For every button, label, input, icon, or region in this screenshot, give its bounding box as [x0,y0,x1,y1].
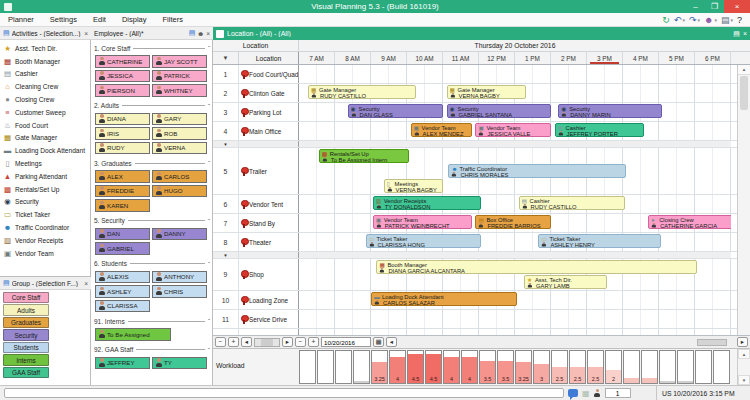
activity-item-security[interactable]: ◉Security [0,196,90,209]
location-cell-stand-by[interactable]: Stand By [239,214,299,232]
activity-item-cashier[interactable]: ▤Cashier [0,68,90,81]
schedule-bar-freddie-barrios[interactable]: ▤Box OfficeFREDDIE BARRIOS [475,215,550,229]
location-close-icon[interactable]: × [743,30,747,37]
row-zoom-in-button[interactable]: + [308,337,319,347]
activities-close-icon[interactable]: × [84,30,88,37]
chevron-down-icon[interactable]: ▾ [714,17,717,23]
menu-display[interactable]: Display [122,15,147,24]
undo-button[interactable]: ↶▾ [674,15,685,25]
group-item-gaa-staff[interactable]: GAA Staff [3,367,49,378]
location-cell-loading-zone[interactable]: Loading Zone [239,291,299,309]
timeline-scrollbar[interactable] [399,338,735,347]
schedule-bar-verna-bagby[interactable]: ▦Gate ManagerVERNA BAGBY [447,85,526,99]
schedule-bar-danny-marin[interactable]: ◉SecurityDANNY MARIN [558,104,662,118]
schedule-bar-diana-garcia-alcantara[interactable]: ▦Booth ManagerDIANA GARCIA ALCANTARA [376,260,696,274]
activity-item-vendor-receipts[interactable]: ▥Vendor Receipts [0,234,90,247]
chevron-down-icon[interactable]: ▾ [730,17,733,23]
collapse-row[interactable]: ▼ [213,252,737,259]
chevron-down-icon[interactable]: ▾ [697,17,700,23]
employee-chip-clarissa[interactable]: CLARISSA [95,300,150,313]
employee-chip-hugo[interactable]: HUGO [152,185,207,198]
collapse-caret-icon[interactable]: ˆ [208,218,210,224]
activity-item-booth-manager[interactable]: ▦Booth Manager [0,55,90,68]
schedule-bar-gabriel-santana[interactable]: ◉SecurityGABRIEL SANTANA [447,104,551,118]
close-button[interactable]: × [724,0,750,13]
employee-chip-pierson[interactable]: PIERSON [95,84,150,97]
activity-item-customer-sweep[interactable]: ≡Customer Sweep [0,106,90,119]
location-cell-main-office[interactable]: Main Office [239,122,299,140]
menu-edit[interactable]: Edit [93,15,106,24]
timeline-scroll-right-button[interactable]: ▸ [737,337,748,347]
employee-chip-freddie[interactable]: FREDDIE [95,185,150,198]
menu-planner[interactable]: Planner [8,15,34,24]
date-input[interactable] [321,337,371,347]
scroll-up-icon[interactable]: ▲ [738,65,750,75]
activity-item-vendor-team[interactable]: ▣Vendor Team [0,247,90,260]
schedule-bar-to-be-assigned-intern[interactable]: ▩Rentals/Set UpTo Be Assigned Intern [319,149,409,163]
employee-chip-patrick[interactable]: PATRICK [152,70,207,83]
collapse-triangle-icon[interactable]: ▼ [213,141,239,147]
activity-item-traffic-coordinator[interactable]: ☻Traffic Coordinator [0,221,90,234]
schedule-bar-ty-donaldson[interactable]: ▥Vendor ReceiptsTY DONALDSON [373,196,481,210]
scroll-right-button[interactable]: ▸ [282,337,293,347]
activity-item-ticket-taker[interactable]: ▭Ticket Taker [0,208,90,221]
location-cell-clinton-gate[interactable]: Clinton Gate [239,84,299,102]
schedule-bar-rudy-castillo[interactable]: ▦Gate ManagerRUDY CASTILLO [308,85,416,99]
employee-chip-verna[interactable]: VERNA [152,142,207,155]
previous-day-button[interactable]: ◂ [386,337,397,347]
redo-button[interactable]: ↷▾ [689,15,700,25]
row-zoom-out-button[interactable]: − [295,337,306,347]
calendar-icon[interactable]: ▦ [373,337,384,347]
location-monitor-icon[interactable]: ▤ [733,30,740,38]
activity-item-parking-attendant[interactable]: ▲Parking Attendant [0,170,90,183]
employee-chip-ashley[interactable]: ASHLEY [95,285,150,298]
schedule-bar-catherine-garcia[interactable]: ●Closing CrewCATHERINE GARCIA [648,215,731,229]
employee-chip-alexis[interactable]: ALEXIS [95,271,150,284]
group-item-graduates[interactable]: Graduates [3,317,49,328]
activity-item-loading-dock-attendant[interactable]: ▬Loading Dock Attendant [0,144,90,157]
employee-person-icon[interactable]: ☻ [197,30,204,37]
menu-settings[interactable]: Settings [50,15,77,24]
employee-chip-alex[interactable]: ALEX [95,170,150,183]
employee-chip-diana[interactable]: DIANA [95,113,150,126]
group-item-interns[interactable]: Interns [3,354,49,365]
activity-item-meetings[interactable]: ▯Meetings [0,157,90,170]
schedule-bar-jessica-valle[interactable]: ▣Vendor TeamJESSICA VALLE [475,123,550,137]
vertical-scrollbar[interactable]: ▲ [737,65,750,335]
schedule-bar-jeffrey-porter[interactable]: ▤CashierJEFFREY PORTER [555,123,645,137]
collapse-triangle-icon[interactable]: ▼ [213,252,239,258]
employee-chip-ty[interactable]: TY [152,357,207,370]
activity-item-food-court[interactable]: ♨Food Court [0,119,90,132]
schedule-bar-verna-bagby[interactable]: ▯MeetingsVERNA BAGBY [384,179,443,193]
schedule-bar-patrick-weinbrecht[interactable]: ▣Vendor TeamPATRICK WEINBRECHT [373,215,472,229]
workload-scrollbar[interactable]: ▲ ▼ [737,349,750,385]
location-cell-theater[interactable]: Theater [239,233,299,251]
collapse-caret-icon[interactable]: ˆ [208,45,210,51]
employee-chip-jessica[interactable]: JESSICA [95,70,150,83]
connected-users-count[interactable] [605,388,631,398]
collapse-caret-icon[interactable]: ˆ [208,261,210,267]
group-item-adults[interactable]: Adults [3,304,49,315]
users-button[interactable]: ☻▾ [704,15,717,25]
employee-chip-karen[interactable]: KAREN [95,199,150,212]
employee-chip-anthony[interactable]: ANTHONY [152,271,207,284]
schedule-bar-ashley-henry[interactable]: ▭Ticket TakerASHLEY HENRY [538,234,660,248]
employee-chip-dan[interactable]: DAN [95,228,150,241]
activity-item-cleaning-crew[interactable]: ⌂Cleaning Crew [0,80,90,93]
employee-chip-danny[interactable]: DANNY [152,228,207,241]
employee-chip-whitney[interactable]: WHITNEY [152,84,207,97]
schedule-bar-rudy-castillo[interactable]: ▤CashierRUDY CASTILLO [519,196,625,210]
filter-icon[interactable]: ▼ [213,52,239,64]
employee-chip-rudy[interactable]: RUDY [95,142,150,155]
employee-monitor-icon[interactable]: ▤ [189,29,196,37]
schedule-bar-clarissa-hong[interactable]: ▭Ticket TakerCLARISSA HONG [366,234,481,248]
menu-filters[interactable]: Filters [163,15,183,24]
chevron-down-icon[interactable]: ▾ [682,17,685,23]
location-cell-service-drive[interactable]: Service Drive [239,310,299,328]
employee-chip-gabriel[interactable]: GABRIEL [95,242,150,255]
employee-chip-catherine[interactable]: CATHERINE [95,55,150,68]
employee-chip-chris[interactable]: CHRIS [152,285,207,298]
employee-chip-iris[interactable]: IRIS [95,127,150,140]
zoom-out-button[interactable]: − [215,337,226,347]
group-item-security[interactable]: Security [3,329,49,340]
